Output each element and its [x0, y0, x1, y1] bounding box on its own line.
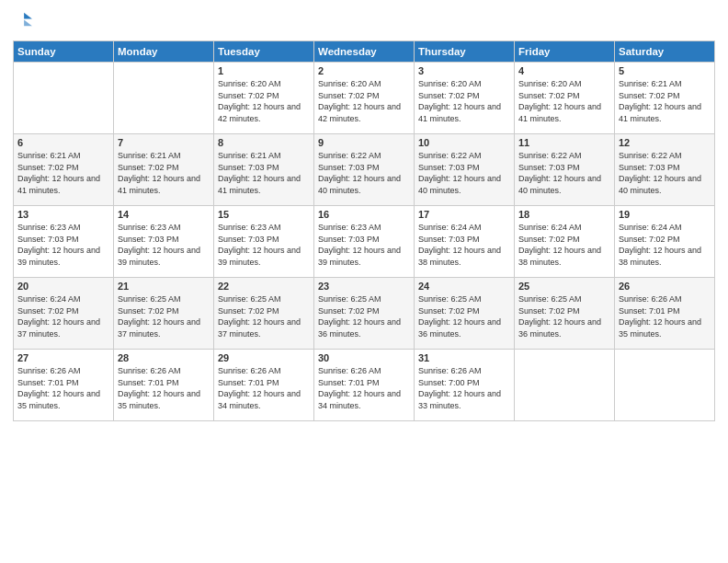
day-cell: [615, 350, 715, 421]
day-number: 18: [518, 209, 610, 220]
svg-marker-1: [24, 20, 32, 27]
day-info: Sunrise: 6:24 AM Sunset: 7:02 PM Dayligh…: [17, 293, 109, 339]
day-number: 16: [318, 209, 410, 220]
day-number: 25: [518, 281, 610, 292]
day-info: Sunrise: 6:23 AM Sunset: 7:03 PM Dayligh…: [318, 222, 410, 268]
day-info: Sunrise: 6:25 AM Sunset: 7:02 PM Dayligh…: [418, 293, 510, 339]
day-cell: 23Sunrise: 6:25 AM Sunset: 7:02 PM Dayli…: [314, 278, 415, 350]
day-cell: [515, 350, 615, 421]
calendar-table: SundayMondayTuesdayWednesdayThursdayFrid…: [13, 40, 715, 421]
day-number: 30: [318, 352, 410, 363]
day-info: Sunrise: 6:26 AM Sunset: 7:00 PM Dayligh…: [418, 365, 510, 411]
day-number: 6: [17, 137, 109, 148]
day-number: 29: [218, 352, 310, 363]
week-row-3: 13Sunrise: 6:23 AM Sunset: 7:03 PM Dayli…: [14, 206, 715, 278]
day-info: Sunrise: 6:23 AM Sunset: 7:03 PM Dayligh…: [118, 222, 210, 268]
day-number: 15: [218, 209, 310, 220]
day-number: 26: [619, 281, 711, 292]
day-cell: 8Sunrise: 6:21 AM Sunset: 7:03 PM Daylig…: [214, 134, 314, 206]
day-number: 14: [118, 209, 210, 220]
day-number: 20: [17, 281, 109, 292]
logo: [13, 9, 35, 33]
day-number: 19: [619, 209, 711, 220]
col-header-thursday: Thursday: [415, 41, 515, 63]
week-row-2: 6Sunrise: 6:21 AM Sunset: 7:02 PM Daylig…: [14, 134, 715, 206]
day-cell: 10Sunrise: 6:22 AM Sunset: 7:03 PM Dayli…: [415, 134, 515, 206]
day-number: 3: [418, 65, 510, 76]
day-number: 2: [318, 65, 410, 76]
header: [13, 9, 715, 33]
week-row-5: 27Sunrise: 6:26 AM Sunset: 7:01 PM Dayli…: [14, 350, 715, 421]
day-cell: 3Sunrise: 6:20 AM Sunset: 7:02 PM Daylig…: [415, 63, 515, 134]
day-number: 1: [218, 65, 310, 76]
logo-icon: [13, 9, 33, 29]
day-info: Sunrise: 6:24 AM Sunset: 7:02 PM Dayligh…: [518, 222, 610, 268]
day-info: Sunrise: 6:25 AM Sunset: 7:02 PM Dayligh…: [118, 293, 210, 339]
day-number: 23: [318, 281, 410, 292]
day-cell: 16Sunrise: 6:23 AM Sunset: 7:03 PM Dayli…: [314, 206, 415, 278]
day-info: Sunrise: 6:25 AM Sunset: 7:02 PM Dayligh…: [218, 293, 310, 339]
day-info: Sunrise: 6:25 AM Sunset: 7:02 PM Dayligh…: [518, 293, 610, 339]
col-header-friday: Friday: [515, 41, 615, 63]
day-number: 22: [218, 281, 310, 292]
day-info: Sunrise: 6:21 AM Sunset: 7:02 PM Dayligh…: [17, 150, 109, 196]
day-info: Sunrise: 6:22 AM Sunset: 7:03 PM Dayligh…: [418, 150, 510, 196]
day-cell: 19Sunrise: 6:24 AM Sunset: 7:02 PM Dayli…: [615, 206, 715, 278]
day-info: Sunrise: 6:20 AM Sunset: 7:02 PM Dayligh…: [518, 78, 610, 124]
day-cell: 13Sunrise: 6:23 AM Sunset: 7:03 PM Dayli…: [14, 206, 114, 278]
day-info: Sunrise: 6:20 AM Sunset: 7:02 PM Dayligh…: [218, 78, 310, 124]
day-number: 5: [619, 65, 711, 76]
col-header-tuesday: Tuesday: [214, 41, 314, 63]
day-info: Sunrise: 6:24 AM Sunset: 7:02 PM Dayligh…: [619, 222, 711, 268]
day-cell: 9Sunrise: 6:22 AM Sunset: 7:03 PM Daylig…: [314, 134, 415, 206]
day-info: Sunrise: 6:23 AM Sunset: 7:03 PM Dayligh…: [218, 222, 310, 268]
col-header-sunday: Sunday: [14, 41, 114, 63]
day-info: Sunrise: 6:25 AM Sunset: 7:02 PM Dayligh…: [318, 293, 410, 339]
day-cell: 24Sunrise: 6:25 AM Sunset: 7:02 PM Dayli…: [415, 278, 515, 350]
day-cell: 15Sunrise: 6:23 AM Sunset: 7:03 PM Dayli…: [214, 206, 314, 278]
day-info: Sunrise: 6:22 AM Sunset: 7:03 PM Dayligh…: [518, 150, 610, 196]
day-info: Sunrise: 6:20 AM Sunset: 7:02 PM Dayligh…: [318, 78, 410, 124]
day-info: Sunrise: 6:26 AM Sunset: 7:01 PM Dayligh…: [17, 365, 109, 411]
day-info: Sunrise: 6:26 AM Sunset: 7:01 PM Dayligh…: [619, 293, 711, 339]
col-header-monday: Monday: [114, 41, 214, 63]
week-row-1: 1Sunrise: 6:20 AM Sunset: 7:02 PM Daylig…: [14, 63, 715, 134]
day-cell: 5Sunrise: 6:21 AM Sunset: 7:02 PM Daylig…: [615, 63, 715, 134]
day-info: Sunrise: 6:22 AM Sunset: 7:03 PM Dayligh…: [318, 150, 410, 196]
day-info: Sunrise: 6:26 AM Sunset: 7:01 PM Dayligh…: [218, 365, 310, 411]
day-cell: 1Sunrise: 6:20 AM Sunset: 7:02 PM Daylig…: [214, 63, 314, 134]
day-cell: 17Sunrise: 6:24 AM Sunset: 7:03 PM Dayli…: [415, 206, 515, 278]
day-info: Sunrise: 6:24 AM Sunset: 7:03 PM Dayligh…: [418, 222, 510, 268]
day-number: 11: [518, 137, 610, 148]
day-number: 8: [218, 137, 310, 148]
day-cell: 6Sunrise: 6:21 AM Sunset: 7:02 PM Daylig…: [14, 134, 114, 206]
day-cell: 25Sunrise: 6:25 AM Sunset: 7:02 PM Dayli…: [515, 278, 615, 350]
day-number: 9: [318, 137, 410, 148]
col-header-saturday: Saturday: [615, 41, 715, 63]
day-info: Sunrise: 6:23 AM Sunset: 7:03 PM Dayligh…: [17, 222, 109, 268]
calendar-header-row: SundayMondayTuesdayWednesdayThursdayFrid…: [14, 41, 715, 63]
day-number: 10: [418, 137, 510, 148]
day-cell: [14, 63, 114, 134]
day-cell: [114, 63, 214, 134]
day-number: 27: [17, 352, 109, 363]
day-cell: 18Sunrise: 6:24 AM Sunset: 7:02 PM Dayli…: [515, 206, 615, 278]
day-info: Sunrise: 6:21 AM Sunset: 7:02 PM Dayligh…: [118, 150, 210, 196]
day-info: Sunrise: 6:21 AM Sunset: 7:02 PM Dayligh…: [619, 78, 711, 124]
day-cell: 29Sunrise: 6:26 AM Sunset: 7:01 PM Dayli…: [214, 350, 314, 421]
day-number: 17: [418, 209, 510, 220]
day-info: Sunrise: 6:22 AM Sunset: 7:03 PM Dayligh…: [619, 150, 711, 196]
day-number: 4: [518, 65, 610, 76]
day-cell: 22Sunrise: 6:25 AM Sunset: 7:02 PM Dayli…: [214, 278, 314, 350]
day-number: 12: [619, 137, 711, 148]
day-info: Sunrise: 6:26 AM Sunset: 7:01 PM Dayligh…: [118, 365, 210, 411]
day-cell: 21Sunrise: 6:25 AM Sunset: 7:02 PM Dayli…: [114, 278, 214, 350]
day-cell: 26Sunrise: 6:26 AM Sunset: 7:01 PM Dayli…: [615, 278, 715, 350]
day-cell: 28Sunrise: 6:26 AM Sunset: 7:01 PM Dayli…: [114, 350, 214, 421]
day-cell: 7Sunrise: 6:21 AM Sunset: 7:02 PM Daylig…: [114, 134, 214, 206]
day-info: Sunrise: 6:21 AM Sunset: 7:03 PM Dayligh…: [218, 150, 310, 196]
col-header-wednesday: Wednesday: [314, 41, 415, 63]
day-cell: 27Sunrise: 6:26 AM Sunset: 7:01 PM Dayli…: [14, 350, 114, 421]
day-info: Sunrise: 6:26 AM Sunset: 7:01 PM Dayligh…: [318, 365, 410, 411]
day-number: 28: [118, 352, 210, 363]
